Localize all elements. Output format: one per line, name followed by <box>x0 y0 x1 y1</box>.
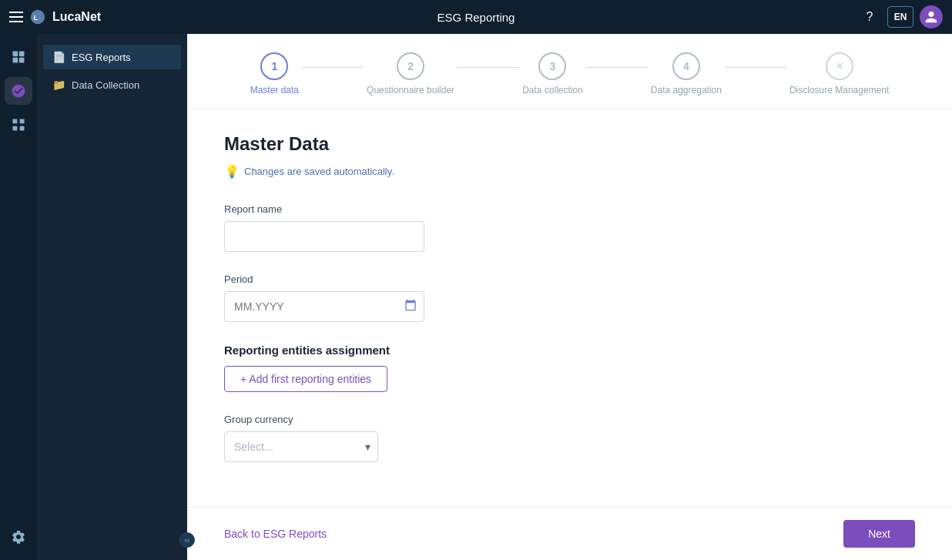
next-button[interactable]: Next <box>843 520 915 548</box>
step-3-label: Data collection <box>522 85 583 96</box>
step-4-label: Data aggregation <box>651 85 722 96</box>
sidebar-item-data-collection-label: Data Collection <box>72 79 139 91</box>
report-name-section: Report name <box>224 203 915 252</box>
sidebar-item-esg-reports-label: ESG Reports <box>72 52 131 63</box>
nav-sidebar: 📄 ESG Reports 📁 Data Collection ‹‹ <box>37 34 187 560</box>
svg-rect-3 <box>19 52 25 57</box>
svg-rect-5 <box>19 58 25 63</box>
sidebar-item-esg-reports[interactable]: 📄 ESG Reports <box>43 45 181 69</box>
step-connector-2-3 <box>458 67 519 68</box>
stepper: 1 Master data 2 Questionnaire builder 3 <box>187 34 952 109</box>
period-label: Period <box>224 273 915 285</box>
svg-rect-2 <box>13 52 18 57</box>
content-area: 1 Master data 2 Questionnaire builder 3 <box>187 34 952 560</box>
page-content: Master Data 💡 Changes are saved automati… <box>187 109 952 507</box>
step-3-circle: 3 <box>538 52 566 80</box>
reporting-entities-title: Reporting entities assignment <box>224 344 915 357</box>
step-1-label: Master data <box>250 85 299 96</box>
top-nav: L LucaNet ESG Reporting ? EN <box>0 0 952 34</box>
report-name-label: Report name <box>224 203 915 215</box>
esg-reports-icon: 📄 <box>52 51 65 63</box>
step-group-1: 1 Master data 2 Questionnaire builder 3 <box>250 52 890 96</box>
user-avatar-button[interactable] <box>920 5 943 29</box>
back-to-esg-reports-link[interactable]: Back to ESG Reports <box>224 528 327 540</box>
icon-rail <box>0 34 37 560</box>
sidebar-item-data-collection[interactable]: 📁 Data Collection <box>43 72 181 97</box>
add-first-reporting-entities-button[interactable]: + Add first reporting entities <box>224 366 387 392</box>
step-5-circle: ✕ <box>826 52 853 80</box>
group-currency-select[interactable]: Select... <box>224 431 378 462</box>
hamburger-menu[interactable] <box>9 12 23 22</box>
lucanet-logo-icon: L <box>29 8 46 25</box>
step-4-wrapper: 4 Data aggregation <box>651 52 722 96</box>
step-5-label: Disclosure Management <box>789 85 889 96</box>
reporting-entities-section: Reporting entities assignment + Add firs… <box>224 344 915 392</box>
step-2-wrapper: 2 Questionnaire builder <box>367 52 454 96</box>
nav-icon-rail-bottom <box>5 523 32 551</box>
language-button[interactable]: EN <box>887 6 913 28</box>
step-connector-1-2 <box>302 67 364 68</box>
period-input-wrapper <box>224 291 424 322</box>
page-header-title: ESG Reporting <box>320 11 632 24</box>
step-2-circle: 2 <box>397 52 424 80</box>
auto-save-text: Changes are saved automatically. <box>244 166 394 177</box>
page-footer: Back to ESG Reports Next <box>187 507 952 560</box>
step-4-circle: 4 <box>672 52 700 80</box>
logo-text: LucaNet <box>52 10 101 24</box>
report-name-input[interactable] <box>224 221 424 252</box>
page-title: Master Data <box>224 133 915 155</box>
help-button[interactable]: ? <box>858 5 881 29</box>
step-connector-3-4 <box>586 67 648 68</box>
group-currency-label: Group currency <box>224 414 915 425</box>
step-3-wrapper: 3 Data collection <box>522 52 583 96</box>
sidebar-collapse-button[interactable]: ‹‹ <box>179 532 195 548</box>
step-5-wrapper: ✕ Disclosure Management <box>789 52 889 96</box>
step-1-wrapper: 1 Master data <box>250 52 299 96</box>
top-nav-actions: ? EN <box>632 5 943 29</box>
main-layout: 📄 ESG Reports 📁 Data Collection ‹‹ 1 Mas… <box>0 34 952 560</box>
period-section: Period <box>224 273 915 322</box>
step-connector-4-5 <box>725 67 786 68</box>
data-collection-icon: 📁 <box>52 79 65 91</box>
nav-icon-esg[interactable] <box>5 77 32 105</box>
period-input[interactable] <box>224 291 424 322</box>
group-currency-section: Group currency Select... ▾ <box>224 414 915 462</box>
step-1-circle: 1 <box>260 52 288 80</box>
step-2-label: Questionnaire builder <box>367 85 454 96</box>
nav-icon-settings[interactable] <box>5 523 32 551</box>
nav-icon-dashboard[interactable] <box>5 43 32 71</box>
group-currency-wrapper: Select... ▾ <box>224 431 378 462</box>
logo: L LucaNet <box>9 8 320 25</box>
user-icon <box>924 10 938 24</box>
svg-text:L: L <box>34 14 39 22</box>
bulb-icon: 💡 <box>224 164 240 179</box>
svg-rect-4 <box>13 58 18 63</box>
nav-icon-grid[interactable] <box>5 111 32 139</box>
auto-save-notice: 💡 Changes are saved automatically. <box>224 164 915 179</box>
